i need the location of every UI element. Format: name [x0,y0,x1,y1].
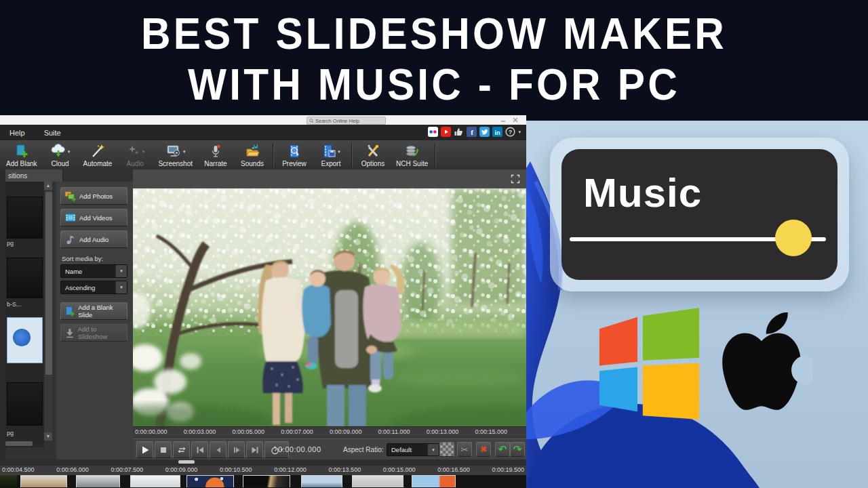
media-list-hscrollbar[interactable] [5,441,44,447]
online-help-search-input[interactable]: Search Online Help [307,117,386,125]
media-thumbnail[interactable] [7,197,43,239]
redo-button[interactable]: ↷ [510,442,525,457]
scrollbar-thumb[interactable] [5,441,33,446]
scrollbar-thumb[interactable] [45,191,53,375]
toolbar-button-add-blank[interactable]: Add Blank [1,140,42,169]
ruler-tick-label: 0:00:00,000 [135,428,167,439]
step-forward-button[interactable] [228,441,245,458]
add-audio-button[interactable]: Add Audio [60,230,127,248]
svg-text:in: in [495,129,500,136]
twitter-icon[interactable] [479,127,490,137]
media-list-scrollbar[interactable]: ▲ ▼ [44,182,52,441]
flickr-icon[interactable] [428,127,438,137]
toolbar-button-options[interactable]: Options [355,140,391,169]
apple-logo [711,310,812,424]
button-label: Add Audio [79,236,108,243]
add-videos-button[interactable]: Add Videos [60,209,127,226]
tab-transitions[interactable]: sitions [5,169,63,182]
step-back-button[interactable] [210,441,226,458]
close-icon[interactable] [513,117,518,123]
help-icon[interactable]: ? [505,127,515,137]
toolbar-button-screenshot[interactable]: ▾ Screenshot [153,140,197,169]
delete-clip-button[interactable]: ✖ [476,442,491,457]
preview-timeline-ruler[interactable]: 0:00:00,000 0:00:03.000 0:00:05.000 0:00… [133,426,526,439]
ruler-tick-label: 0:00:06.000 [56,466,89,475]
ruler-tick-label: 0:00:16.500 [437,466,470,475]
filmstrip-thumb-night-fox[interactable] [186,475,234,487]
facebook-icon[interactable]: f [467,127,477,137]
toolbar-button-sounds[interactable]: Sounds [234,140,271,169]
split-clip-button[interactable]: ✂ [457,442,472,457]
filmstrip-thumb-cat[interactable] [20,475,67,487]
minimize-icon[interactable] [500,117,506,123]
toolbar-button-narrate[interactable]: Narrate [197,140,234,169]
scrollbar-thumb[interactable] [178,460,195,464]
sort-order-select[interactable]: Ascending ▾ [60,281,127,294]
filmstrip-thumb-raccoon[interactable] [76,475,120,487]
filmstrip-thumb-partial[interactable] [0,475,17,487]
scroll-up-icon[interactable]: ▲ [44,182,52,190]
filmstrip-thumb-people-jumping[interactable] [301,475,342,487]
media-thumbnail-selected[interactable] [7,317,43,363]
skip-start-button[interactable] [191,441,208,458]
slideshow-preview: 0:00:00,000 0:00:03.000 0:00:05.000 0:00… [133,169,526,488]
button-label: Add Photos [79,192,113,200]
media-thumbnail[interactable] [7,382,43,426]
chart-thumbnail-icon [13,329,31,346]
ruler-tick-label: 0:00:19.500 [492,466,524,475]
timeline-scrollbar[interactable] [0,460,526,465]
ruler-tick-label: 0:00:13.000 [427,428,459,439]
ruler-tick-label: 0:00:15.000 [383,466,416,475]
toolbar-button-cloud[interactable]: ▾ Cloud [42,140,79,169]
toolbar-label: Cloud [52,160,69,167]
banner-edge [526,115,868,121]
preview-photo-family-orchard [133,188,526,426]
like-icon[interactable] [454,127,464,137]
aspect-ratio-select[interactable]: Default ▾ [387,443,439,456]
toolbar-button-audio: ▾ Audio [117,140,153,169]
window-controls [500,117,518,123]
background-pattern-button[interactable] [439,442,454,457]
filmstrip-thumb-doorway[interactable] [243,475,290,487]
linkedin-icon[interactable]: in [492,127,502,137]
toolbar-label: Options [361,160,384,167]
youtube-icon[interactable] [441,127,451,137]
add-blank-icon [14,144,29,159]
scroll-down-icon[interactable]: ▼ [44,432,52,441]
volume-slider-knob[interactable] [775,220,812,256]
music-volume-card: Music [561,149,837,280]
sounds-icon [245,144,260,159]
filmstrip-thumb-gray[interactable] [352,475,403,487]
media-list[interactable]: pg b-S... pg [5,182,44,441]
undo-button[interactable]: ↶ [495,442,510,457]
chevron-down-icon[interactable]: ▾ [518,129,521,134]
toolbar-label: Audio [127,160,144,167]
chevron-down-icon: ▾ [183,149,186,154]
loop-button[interactable] [173,441,190,458]
button-label: Add Videos [79,214,112,222]
toolbar-button-nch-suite[interactable]: NCH Suite [391,140,433,169]
filmstrip-thumb-sky-orange[interactable] [412,475,456,487]
toolbar-button-preview[interactable]: Preview [276,140,313,169]
timeline-ruler[interactable]: 0:00:04.500 0:00:06.000 0:00:07.500 0:00… [0,465,526,475]
fullscreen-icon[interactable] [510,174,521,184]
add-blank-slide-button[interactable]: Add a Blank Slide [60,302,127,320]
stop-button[interactable] [155,441,172,458]
toolbar: Add Blank ▾ Cloud Automate ▾ Audio ▾ Scr… [0,140,528,170]
toolbar-button-automate[interactable]: Automate [79,140,117,169]
blank-slide-icon [64,305,75,317]
media-thumbnail[interactable] [7,258,43,298]
skip-end-button[interactable] [246,441,263,458]
add-photos-button[interactable]: Add Photos [60,187,127,205]
play-button[interactable] [136,441,153,458]
menu-suite[interactable]: Suite [35,129,71,137]
menu-help[interactable]: Help [0,129,35,137]
chevron-down-icon: ▾ [338,149,340,154]
toolbar-button-export[interactable]: ▾ Export [313,140,349,169]
filmstrip-thumb-bright[interactable] [130,475,180,487]
sort-media-label: Sort media by: [62,255,103,262]
sort-field-select[interactable]: Name ▾ [60,264,127,278]
select-value: Name [61,268,115,275]
chevron-down-icon: ▾ [142,149,145,154]
thumbnail-canvas: BEST SLIDESHOW MAKER WITH MUSIC - FOR PC… [0,0,868,488]
